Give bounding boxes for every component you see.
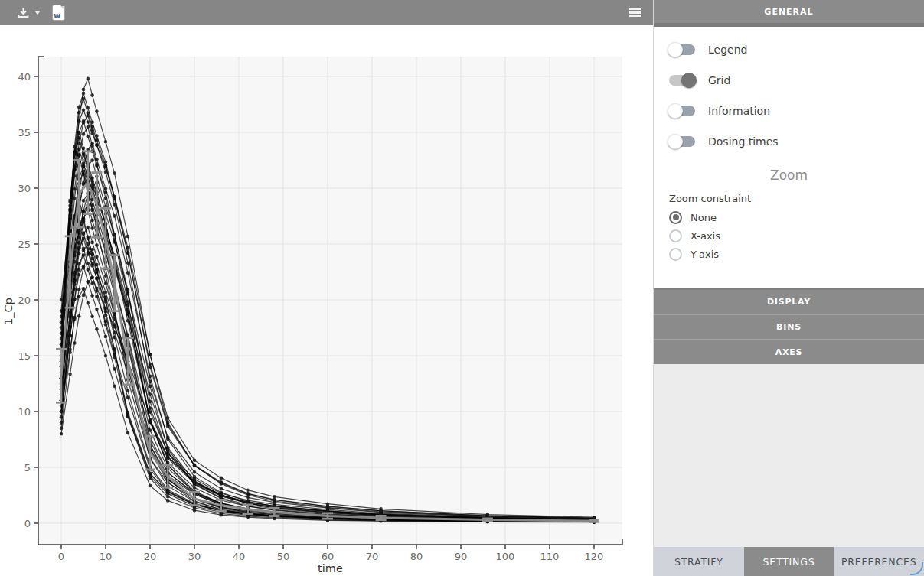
pk-spaghetti-plot[interactable]: 0510152025303540010203040506070809010011… — [0, 25, 653, 576]
general-settings-body: Legend Grid Information Dosing times Zoo… — [654, 27, 924, 288]
svg-text:100: 100 — [496, 551, 515, 562]
information-toggle-label: Information — [708, 105, 770, 117]
svg-text:1_Cp: 1_Cp — [2, 298, 15, 325]
information-toggle[interactable] — [669, 106, 695, 116]
zoom-constraint-label: Zoom constraint — [669, 193, 924, 204]
plot-area: 0510152025303540010203040506070809010011… — [0, 25, 653, 576]
svg-text:30: 30 — [188, 551, 201, 562]
legend-toggle-label: Legend — [708, 44, 747, 56]
svg-text:15: 15 — [18, 350, 31, 362]
word-document-icon: w — [53, 5, 64, 20]
legend-toggle[interactable] — [669, 44, 695, 55]
word-export-button[interactable]: w — [47, 0, 70, 25]
svg-text:10: 10 — [100, 551, 113, 562]
hamburger-menu-icon — [629, 7, 641, 19]
svg-text:30: 30 — [18, 183, 31, 194]
grid-toggle-label: Grid — [708, 74, 730, 86]
svg-text:80: 80 — [410, 551, 423, 562]
plot-toolbar: w — [0, 0, 653, 25]
svg-text:35: 35 — [18, 127, 31, 138]
zoom-constraint-yaxis-option[interactable]: Y-axis — [654, 245, 924, 263]
zoom-section-title: Zoom — [654, 168, 924, 183]
svg-text:110: 110 — [540, 551, 560, 562]
radio-yaxis-label: Y-axis — [691, 249, 719, 260]
tab-settings[interactable]: SETTINGS — [744, 547, 834, 576]
svg-text:5: 5 — [24, 462, 31, 473]
section-display[interactable]: DISPLAY — [654, 290, 924, 315]
panel-header-general: GENERAL — [654, 0, 924, 23]
radio-xaxis-icon[interactable] — [669, 229, 682, 242]
dosing-times-toggle-label: Dosing times — [708, 135, 779, 148]
svg-text:20: 20 — [18, 295, 31, 306]
svg-text:0: 0 — [24, 518, 31, 529]
download-icon — [17, 6, 30, 19]
information-toggle-row: Information — [654, 96, 924, 126]
svg-text:70: 70 — [366, 551, 379, 562]
zoom-constraint-xaxis-option[interactable]: X-axis — [654, 226, 924, 245]
zoom-constraint-none-option[interactable]: None — [654, 208, 924, 226]
svg-text:90: 90 — [455, 551, 468, 562]
settings-panel: GENERAL Legend Grid Information Dosing t… — [653, 0, 924, 576]
panel-header-label: GENERAL — [764, 7, 813, 17]
svg-text:0: 0 — [58, 551, 64, 562]
tab-stratify[interactable]: STRATIFY — [654, 547, 744, 576]
svg-text:20: 20 — [144, 551, 157, 562]
svg-text:10: 10 — [18, 406, 31, 418]
data-viewer-window: 0510152025303540010203040506070809010011… — [0, 0, 924, 576]
panel-tabs: STRATIFY SETTINGS PREFERENCES — [654, 547, 924, 576]
svg-text:120: 120 — [585, 551, 604, 562]
svg-text:60: 60 — [322, 551, 335, 562]
radio-none-label: None — [691, 212, 717, 223]
legend-toggle-row: Legend — [654, 34, 924, 65]
plot-menu-button[interactable] — [629, 0, 641, 25]
svg-text:40: 40 — [233, 551, 246, 562]
radio-yaxis-icon[interactable] — [669, 248, 682, 261]
svg-text:time: time — [318, 562, 343, 574]
chevron-down-icon — [34, 11, 41, 15]
settings-accordion: DISPLAY BINS AXES — [654, 288, 924, 364]
svg-text:50: 50 — [277, 551, 290, 562]
panel-filler — [654, 364, 924, 547]
svg-text:25: 25 — [18, 239, 31, 250]
grid-toggle[interactable] — [669, 75, 695, 86]
svg-text:40: 40 — [18, 71, 31, 83]
dosing-times-toggle-row: Dosing times — [654, 126, 924, 157]
dosing-times-toggle[interactable] — [669, 136, 695, 147]
radio-none-icon[interactable] — [669, 211, 682, 224]
radio-xaxis-label: X-axis — [691, 230, 720, 242]
grid-toggle-row: Grid — [654, 65, 924, 96]
section-bins[interactable]: BINS — [654, 315, 924, 340]
export-plot-button[interactable] — [11, 0, 47, 25]
section-axes[interactable]: AXES — [654, 340, 924, 364]
